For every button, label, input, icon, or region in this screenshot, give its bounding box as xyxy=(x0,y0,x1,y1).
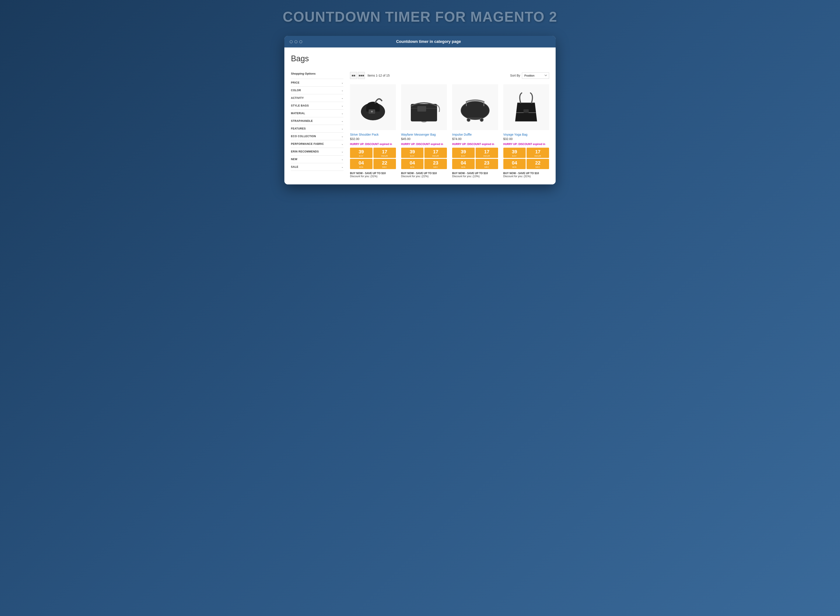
discount-p2: Discount for you: (22%) xyxy=(401,175,447,178)
filter-chevron-performance-fabric: ⌄ xyxy=(341,142,343,145)
filter-list: PRICE ⌄ COLOR ⌄ ACTIVITY ⌄ STYLE BAGS ⌄ … xyxy=(291,79,343,171)
timer-p4: 39 DAY 17 HOUR 04 MIN 22 SEC xyxy=(503,148,549,169)
hurry-text-p2: HURRY UP: DISCOUNT expired in xyxy=(401,142,447,146)
filter-sale[interactable]: SALE ⌄ xyxy=(291,163,343,171)
product-name-p4[interactable]: Voyage Yoga Bag xyxy=(503,133,549,136)
timer-p2: 39 DAY 17 HOUR 04 MIN 23 SEC xyxy=(401,148,447,169)
filter-activity[interactable]: ACTIVITY ⌄ xyxy=(291,94,343,102)
sort-select[interactable]: Position Product Name Price xyxy=(522,72,549,79)
products-grid: Strive Shoulder Pack $32.00 HURRY UP: DI… xyxy=(350,84,549,178)
product-card-p4: Voyage Yoga Bag $32.00 HURRY UP: DISCOUN… xyxy=(503,84,549,178)
filter-eco-collection[interactable]: ECO COLLECTION ⌄ xyxy=(291,132,343,140)
grid-view-button[interactable]: ■■ xyxy=(350,72,357,79)
hero-title: COUNTDOWN TIMER FOR MAGENTO 2 xyxy=(283,9,557,25)
filter-label-price: PRICE xyxy=(291,81,299,84)
product-price-p1: $32.00 xyxy=(350,137,396,141)
svg-point-5 xyxy=(421,120,427,123)
filter-chevron-strap-handle: ⌄ xyxy=(341,119,343,123)
filter-chevron-material: ⌄ xyxy=(341,112,343,115)
timer-min-p2: 04 MIN xyxy=(401,159,424,169)
filter-label-sale: SALE xyxy=(291,166,298,169)
filter-label-material: MATERIAL xyxy=(291,112,305,115)
toolbar-right: Sort By Position Product Name Price xyxy=(510,72,549,79)
filter-chevron-eco-collection: ⌄ xyxy=(341,135,343,138)
product-name-p3[interactable]: Impulse Duffle xyxy=(452,133,498,136)
filter-material[interactable]: MATERIAL ⌄ xyxy=(291,109,343,117)
product-image-p4[interactable] xyxy=(503,84,549,130)
filter-chevron-activity: ⌄ xyxy=(341,97,343,100)
filter-label-features: FEATURES xyxy=(291,127,306,130)
filter-strap-handle[interactable]: STRAP/HANDLE ⌄ xyxy=(291,117,343,125)
filter-chevron-features: ⌄ xyxy=(341,127,343,130)
filter-chevron-new: ⌄ xyxy=(341,158,343,161)
product-image-p2[interactable] xyxy=(401,84,447,130)
timer-min-p3: 04 MIN xyxy=(452,159,475,169)
filter-label-eco-collection: ECO COLLECTION xyxy=(291,135,316,138)
browser-window: Countdown timer in category page Bags Sh… xyxy=(284,36,556,185)
browser-dots xyxy=(290,40,302,43)
timer-day-p4: 39 DAY xyxy=(503,148,526,158)
timer-p3: 39 DAY 17 HOUR 04 MIN 23 SEC xyxy=(452,148,498,169)
product-price-p4: $32.00 xyxy=(503,137,549,141)
filter-style-bags[interactable]: STYLE BAGS ⌄ xyxy=(291,102,343,109)
sidebar: Shopping Options PRICE ⌄ COLOR ⌄ ACTIVIT… xyxy=(291,72,343,178)
svg-point-11 xyxy=(480,118,484,122)
discount-p1: Discount for you: (31%) xyxy=(350,175,396,178)
sidebar-title: Shopping Options xyxy=(291,72,343,75)
filter-features[interactable]: FEATURES ⌄ xyxy=(291,125,343,132)
hurry-text-p3: HURRY UP: DISCOUNT expired in xyxy=(452,142,498,146)
filter-erin-recommends[interactable]: ERIN RECOMMENDS ⌄ xyxy=(291,148,343,155)
svg-rect-14 xyxy=(523,109,529,113)
buy-now-p2[interactable]: BUY NOW - SAVE UP TO $10 xyxy=(401,172,447,175)
timer-hour-p4: 17 HOUR xyxy=(526,148,549,158)
list-view-button[interactable]: ■■■ xyxy=(358,72,365,79)
filter-label-performance-fabric: PERFORMANCE FABRIC xyxy=(291,142,324,145)
filter-label-strap-handle: STRAP/HANDLE xyxy=(291,119,313,123)
filter-label-erin-recommends: ERIN RECOMMENDS xyxy=(291,150,319,153)
product-image-p1[interactable] xyxy=(350,84,396,130)
timer-day-p3: 39 DAY xyxy=(452,148,475,158)
filter-price[interactable]: PRICE ⌄ xyxy=(291,79,343,87)
browser-tab-title: Countdown timer in category page xyxy=(307,40,550,44)
page-content: Bags Shopping Options PRICE ⌄ COLOR ⌄ AC… xyxy=(284,47,556,185)
buy-now-p3[interactable]: BUY NOW - SAVE UP TO $10 xyxy=(452,172,498,175)
browser-titlebar: Countdown timer in category page xyxy=(284,36,556,47)
hurry-text-p1: HURRY UP: DISCOUNT expired in xyxy=(350,142,396,146)
product-card-p1: Strive Shoulder Pack $32.00 HURRY UP: DI… xyxy=(350,84,396,178)
product-name-p1[interactable]: Strive Shoulder Pack xyxy=(350,133,396,136)
discount-p3: Discount for you: (13%) xyxy=(452,175,498,178)
filter-label-new: NEW xyxy=(291,158,298,161)
filter-chevron-erin-recommends: ⌄ xyxy=(341,150,343,153)
product-name-p2[interactable]: Wayfarer Messenger Bag xyxy=(401,133,447,136)
filter-new[interactable]: NEW ⌄ xyxy=(291,155,343,163)
toolbar-left: ■■ ■■■ Items 1-12 of 15 xyxy=(350,72,390,79)
discount-p4: Discount for you: (31%) xyxy=(503,175,549,178)
product-price-p3: $74.00 xyxy=(452,137,498,141)
filter-performance-fabric[interactable]: PERFORMANCE FABRIC ⌄ xyxy=(291,140,343,148)
hurry-text-p4: HURRY UP: DISCOUNT expired in xyxy=(503,142,549,146)
sort-label: Sort By xyxy=(510,74,520,77)
products-area: ■■ ■■■ Items 1-12 of 15 Sort By Position… xyxy=(350,72,549,178)
filter-label-style-bags: STYLE BAGS xyxy=(291,104,309,107)
timer-hour-p1: 17 HOUR xyxy=(374,148,396,158)
timer-day-p1: 39 DAY xyxy=(350,148,372,158)
filter-chevron-style-bags: ⌄ xyxy=(341,104,343,107)
buy-now-p1[interactable]: BUY NOW - SAVE UP TO $10 xyxy=(350,172,396,175)
product-card-p2: Wayfarer Messenger Bag $45.00 HURRY UP: … xyxy=(401,84,447,178)
product-price-p2: $45.00 xyxy=(401,137,447,141)
svg-rect-4 xyxy=(417,106,426,111)
main-layout: Shopping Options PRICE ⌄ COLOR ⌄ ACTIVIT… xyxy=(291,72,549,178)
filter-chevron-sale: ⌄ xyxy=(341,166,343,169)
timer-sec-p1: 22 SEC xyxy=(374,159,396,169)
filter-label-activity: ACTIVITY xyxy=(291,97,304,100)
timer-hour-p2: 17 HOUR xyxy=(424,148,447,158)
timer-sec-p2: 23 SEC xyxy=(424,159,447,169)
product-image-p3[interactable] xyxy=(452,84,498,130)
svg-point-10 xyxy=(467,118,470,122)
timer-min-p4: 04 MIN xyxy=(503,159,526,169)
buy-now-p4[interactable]: BUY NOW - SAVE UP TO $10 xyxy=(503,172,549,175)
view-icons: ■■ ■■■ xyxy=(350,72,365,79)
product-card-p3: Impulse Duffle $74.00 HURRY UP: DISCOUNT… xyxy=(452,84,498,178)
timer-hour-p3: 17 HOUR xyxy=(476,148,498,158)
filter-color[interactable]: COLOR ⌄ xyxy=(291,87,343,94)
